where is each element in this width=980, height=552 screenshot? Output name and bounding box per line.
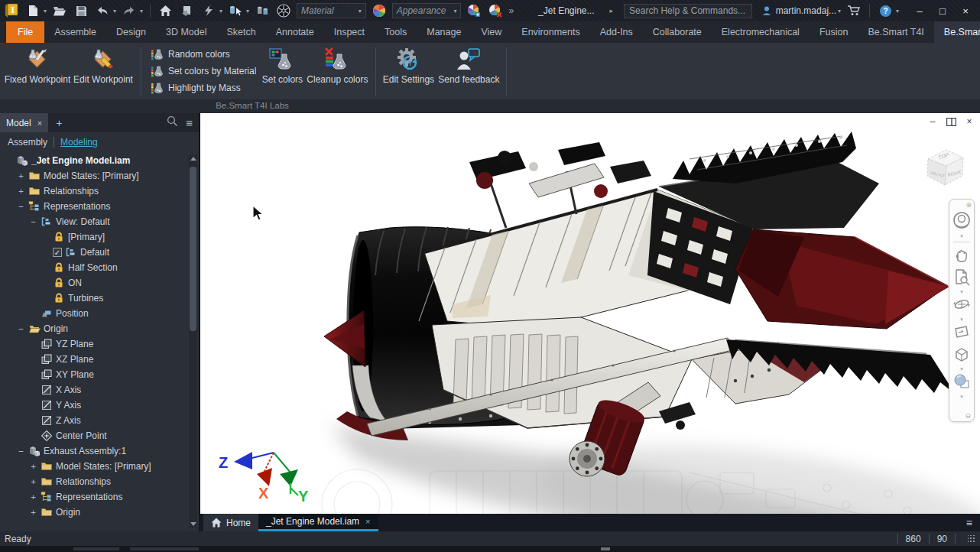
help-icon[interactable]: ? (877, 2, 894, 19)
look-at-icon[interactable] (952, 323, 971, 344)
ribbon-tab-add-ins[interactable]: Add-Ins (590, 21, 643, 43)
edit-workpoint-button[interactable]: Edit Workpoint (70, 44, 136, 99)
tree-item-x-axis[interactable]: X Axis (0, 382, 188, 398)
graphics-viewport[interactable]: – × TOP FRONT RIGHT ⊗ ▾ ▾ (200, 113, 980, 514)
tree-item--jet-engine-model-iam[interactable]: _Jet Engine Model.iam (0, 153, 188, 168)
navbar-caret-icon[interactable]: ▾ (960, 317, 963, 322)
scroll-up-icon[interactable] (190, 157, 196, 161)
ribbon-tab-manage[interactable]: Manage (417, 21, 471, 43)
ribbon-tab-annotate[interactable]: Annotate (266, 21, 324, 43)
visibility-checkbox[interactable]: ✓ (53, 248, 62, 257)
tree-item-model-states-primary-[interactable]: +Model States: [Primary] (0, 459, 188, 474)
navbar-caret-icon[interactable]: ▾ (960, 367, 963, 372)
tree-item-view-default[interactable]: −View: Default (0, 214, 188, 229)
save-icon[interactable] (73, 2, 89, 19)
select-caret-icon[interactable]: ▾ (246, 8, 249, 15)
tree-item-position[interactable]: Position (0, 306, 188, 321)
adjust-colorwheel-icon[interactable] (371, 2, 388, 19)
return-icon[interactable] (179, 2, 196, 19)
tree-expander-icon[interactable]: − (29, 217, 37, 227)
random-colors-button[interactable]: Random colors (146, 46, 261, 63)
tree-item-half-section[interactable]: Half Section (0, 260, 188, 275)
undo-icon[interactable] (94, 2, 111, 19)
ribbon-tab-electromechanical[interactable]: Electromechanical (712, 21, 810, 43)
redo-caret-icon[interactable]: ▾ (140, 8, 143, 15)
tree-item--primary-[interactable]: [Primary] (0, 229, 188, 245)
tree-expander-icon[interactable]: − (17, 446, 25, 456)
help-search-input[interactable]: Search Help & Commands... (624, 4, 752, 18)
appearance-add-icon[interactable] (466, 2, 482, 19)
tree-item-origin[interactable]: −Origin (0, 321, 188, 336)
ribbon-tab-design[interactable]: Design (106, 21, 156, 43)
ribbon-tab-fusion[interactable]: Fusion (810, 21, 858, 43)
tree-item-relationships[interactable]: +Relationships (0, 183, 188, 199)
doc-close-icon[interactable]: × (963, 115, 975, 128)
ribbon-tab-view[interactable]: View (471, 21, 511, 43)
browser-scrollbar[interactable] (189, 154, 197, 528)
zoom-window-icon[interactable] (952, 268, 971, 289)
select-icon[interactable] (227, 2, 244, 19)
doc-restore-icon[interactable] (945, 115, 957, 128)
browser-tab-model[interactable]: Model× (0, 113, 48, 132)
orbit-icon[interactable] (952, 295, 971, 317)
browser-menu-icon[interactable]: ≡ (186, 116, 193, 129)
send-feedback-button[interactable]: Send feedback (436, 44, 501, 99)
view-face-icon[interactable] (952, 345, 971, 366)
tree-item-exhaust-assembly-1[interactable]: −Exhaust Assembly:1 (0, 443, 188, 459)
undo-caret-icon[interactable]: ▾ (113, 8, 116, 15)
ribbon-tab-be-smart-t4i[interactable]: Be.Smart T4I (858, 21, 933, 43)
subtab-modeling[interactable]: Modeling (60, 137, 98, 148)
tree-expander-icon[interactable]: − (17, 202, 25, 212)
tree-item-turbines[interactable]: Turbines (0, 291, 188, 306)
scroll-thumb[interactable] (190, 167, 196, 331)
tree-item-relationships[interactable]: +Relationships (0, 474, 188, 489)
add-browser-tab-button[interactable]: + (56, 117, 62, 129)
parameters-icon[interactable] (254, 2, 271, 19)
tree-item-representations[interactable]: −Representations (0, 199, 188, 214)
jet-engine-model[interactable] (200, 113, 980, 514)
cleanup-colors-button[interactable]: Cleanup colors (303, 44, 371, 99)
fixed-workpoint-button[interactable]: Fixed Workpoint (5, 44, 70, 99)
scroll-down-icon[interactable] (190, 522, 196, 526)
tab-list-menu-icon[interactable]: ≡ (959, 514, 980, 531)
tree-item-center-point[interactable]: Center Point (0, 428, 188, 443)
tree-expander-icon[interactable]: + (29, 462, 37, 472)
visual-style-icon[interactable] (952, 372, 971, 394)
ribbon-tab-tools[interactable]: Tools (375, 21, 417, 43)
tree-item-xy-plane[interactable]: XY Plane (0, 367, 188, 382)
open-icon[interactable] (51, 2, 68, 19)
doc-minimize-icon[interactable]: – (926, 115, 939, 128)
edit-settings-button[interactable]: Edit Settings (381, 44, 436, 99)
viewcube[interactable]: TOP FRONT RIGHT (917, 141, 974, 197)
tree-item-model-states-primary-[interactable]: +Model States: [Primary] (0, 168, 188, 183)
ribbon-tab-file[interactable]: File (6, 21, 44, 43)
steering-wheel-icon[interactable] (952, 210, 972, 233)
tree-expander-icon[interactable]: + (17, 187, 25, 196)
set-colors-by-material-button[interactable]: Set colors by Material (146, 63, 261, 80)
home-icon[interactable] (157, 2, 174, 19)
cart-icon[interactable] (845, 2, 862, 19)
tree-expander-icon[interactable]: + (29, 508, 37, 518)
user-account[interactable]: martin.madaj... ▾ (761, 5, 841, 16)
tree-item-representations[interactable]: +Representations (0, 489, 188, 505)
home-tab[interactable]: Home (203, 514, 258, 531)
appearance-combobox[interactable]: Appearance▾ (392, 3, 462, 18)
tree-item-z-axis[interactable]: Z Axis (0, 413, 188, 428)
tree-expander-icon[interactable]: + (17, 171, 25, 181)
update-caret-icon[interactable]: ▾ (219, 8, 222, 15)
minimize-button[interactable]: – (908, 1, 931, 21)
tree-item-origin[interactable]: +Origin (0, 505, 188, 520)
update-icon[interactable] (200, 2, 217, 19)
navbar-caret-icon[interactable]: ▾ (960, 290, 963, 294)
material-combobox[interactable]: Material▾ (297, 3, 366, 18)
redo-icon[interactable] (121, 2, 138, 19)
tree-item-y-axis[interactable]: Y Axis (0, 398, 188, 413)
tree-item-default[interactable]: ✓Default (0, 245, 188, 260)
ribbon-tab-sketch[interactable]: Sketch (216, 21, 265, 43)
navigation-bar[interactable]: ⊗ ▾ ▾ ▾ ▾ ▾ ⊖ (949, 199, 975, 422)
new-file-icon[interactable] (24, 2, 41, 19)
document-tab-close-icon[interactable]: × (365, 517, 370, 526)
new-file-caret-icon[interactable]: ▾ (44, 8, 47, 15)
tree-expander-icon[interactable]: + (29, 477, 37, 487)
set-colors-button[interactable]: Set colors (261, 44, 303, 99)
